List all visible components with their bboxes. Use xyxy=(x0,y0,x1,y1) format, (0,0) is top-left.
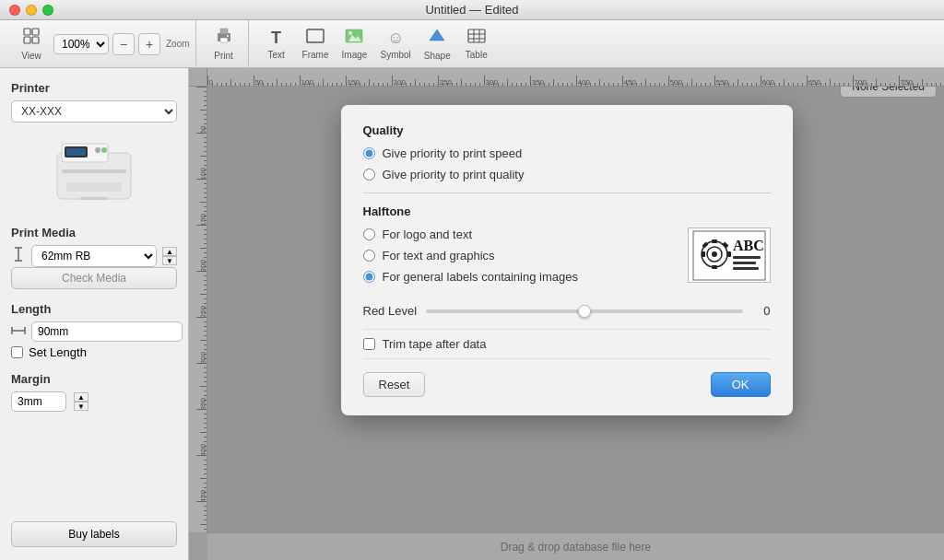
halftone-images-label[interactable]: For general labels containing images xyxy=(383,270,578,284)
close-button[interactable] xyxy=(9,5,20,16)
svg-point-11 xyxy=(348,31,352,35)
minimize-button[interactable] xyxy=(26,5,37,16)
shape-icon xyxy=(428,28,446,49)
halftone-preview-svg: ABC xyxy=(692,230,766,281)
buy-labels-button[interactable]: Buy labels xyxy=(11,521,177,547)
halftone-logo-label[interactable]: For logo and text xyxy=(383,228,473,241)
svg-rect-23 xyxy=(62,169,126,173)
symbol-icon: ☺ xyxy=(387,29,404,48)
print-media-section: Print Media 62mm RB ▲ ▼ Check Media xyxy=(11,226,177,289)
table-label: Table xyxy=(466,50,488,60)
halftone-options: For logo and text For text and graphics … xyxy=(363,228,673,291)
halftone-logo-radio[interactable] xyxy=(363,228,375,240)
halftone-images-radio[interactable] xyxy=(363,271,375,283)
halftone-images-row: For general labels containing images xyxy=(363,270,673,284)
quality-quality-radio[interactable] xyxy=(363,169,375,181)
svg-rect-43 xyxy=(733,256,761,259)
text-label: Text xyxy=(267,50,284,60)
printer-image xyxy=(43,130,145,213)
printer-select[interactable]: XX-XXX xyxy=(11,100,177,122)
svg-rect-3 xyxy=(32,37,39,43)
print-label: Print xyxy=(214,51,233,61)
trim-label[interactable]: Trim tape after data xyxy=(383,337,487,351)
height-icon xyxy=(11,247,26,262)
length-section: Length ▲ ▼ Set Length xyxy=(11,302,177,359)
svg-point-7 xyxy=(227,35,229,37)
printer-section-title: Printer xyxy=(11,81,177,95)
quality-speed-label[interactable]: Give priority to print speed xyxy=(383,146,523,160)
svg-text:ABC: ABC xyxy=(733,238,764,253)
svg-rect-2 xyxy=(24,37,30,43)
dialog-divider1 xyxy=(363,192,771,193)
red-level-row: Red Level 0 xyxy=(363,304,771,318)
scale-select[interactable]: 100% 75% 50% 150% xyxy=(53,34,109,54)
set-length-checkbox[interactable] xyxy=(11,346,23,358)
frame-label: Frame xyxy=(302,50,329,60)
view-button[interactable]: View xyxy=(13,24,50,64)
red-level-slider[interactable] xyxy=(426,309,742,313)
zoom-in-button[interactable]: + xyxy=(138,33,160,55)
text-button[interactable]: T Text xyxy=(258,25,295,64)
margin-section-title: Margin xyxy=(11,372,177,386)
quality-speed-radio[interactable] xyxy=(363,147,375,159)
halftone-text-label[interactable]: For text and graphics xyxy=(383,249,495,262)
table-icon xyxy=(467,29,486,48)
set-length-row: Set Length xyxy=(11,345,177,359)
trim-row: Trim tape after data xyxy=(363,329,771,359)
frame-icon xyxy=(306,29,324,48)
reset-button[interactable]: Reset xyxy=(363,372,426,397)
zoom-out-button[interactable]: − xyxy=(112,33,135,55)
print-button[interactable]: Print xyxy=(206,24,242,64)
frame-button[interactable]: Frame xyxy=(297,25,335,64)
margin-up-button[interactable]: ▲ xyxy=(74,392,88,402)
margin-input[interactable] xyxy=(11,391,66,412)
toolbar-view-group: View 100% 75% 50% 150% − + Zoom xyxy=(7,20,196,67)
window-title: Untitled — Edited xyxy=(425,3,518,17)
halftone-text-radio[interactable] xyxy=(363,250,375,262)
media-up-button[interactable]: ▲ xyxy=(162,247,177,256)
print-media-title: Print Media xyxy=(11,226,177,239)
red-level-value: 0 xyxy=(752,304,771,318)
image-icon xyxy=(345,29,363,48)
length-section-title: Length xyxy=(11,302,177,316)
halftone-section-title: Halftone xyxy=(363,204,771,218)
set-length-label: Set Length xyxy=(29,345,87,359)
symbol-button[interactable]: ☺ Symbol xyxy=(374,25,416,64)
check-media-button[interactable]: Check Media xyxy=(11,267,177,289)
margin-stepper: ▲ ▼ xyxy=(74,392,88,411)
halftone-text-row: For text and graphics xyxy=(363,249,673,262)
quality-quality-label[interactable]: Give priority to print quality xyxy=(383,168,525,181)
media-row: 62mm RB ▲ ▼ xyxy=(11,245,177,267)
trim-checkbox[interactable] xyxy=(363,338,375,350)
toolbar-insert-group: T Text Frame Image ☺ Symbol xyxy=(253,20,501,67)
shape-button[interactable]: Shape xyxy=(419,24,456,64)
text-icon: T xyxy=(271,29,281,48)
printer-section: Printer XX-XXX xyxy=(11,81,177,213)
media-select[interactable]: 62mm RB xyxy=(31,245,157,267)
length-input[interactable] xyxy=(31,321,183,342)
printer-illustration xyxy=(48,134,140,208)
view-icon xyxy=(23,28,40,49)
halftone-area: For logo and text For text and graphics … xyxy=(363,228,771,291)
image-button[interactable]: Image xyxy=(336,25,372,64)
sidebar: Printer XX-XXX xyxy=(0,68,189,560)
window-controls xyxy=(9,5,53,16)
svg-rect-38 xyxy=(727,251,731,257)
ok-button[interactable]: OK xyxy=(711,372,771,397)
shape-label: Shape xyxy=(424,51,451,61)
maximize-button[interactable] xyxy=(42,5,53,16)
dialog-overlay: Quality Give priority to print speed Giv… xyxy=(189,68,944,560)
title-bar: Untitled — Edited xyxy=(0,0,944,20)
media-down-button[interactable]: ▼ xyxy=(162,256,177,265)
svg-rect-37 xyxy=(702,251,705,257)
print-icon xyxy=(215,28,233,49)
table-button[interactable]: Table xyxy=(458,25,495,64)
svg-point-21 xyxy=(95,147,100,153)
svg-rect-36 xyxy=(712,265,717,269)
margin-down-button[interactable]: ▼ xyxy=(74,402,88,411)
length-icon xyxy=(11,324,26,339)
red-level-label: Red Level xyxy=(363,304,418,318)
quality-quality-row: Give priority to print quality xyxy=(363,168,771,181)
svg-rect-20 xyxy=(66,148,86,156)
quality-speed-row: Give priority to print speed xyxy=(363,146,771,160)
